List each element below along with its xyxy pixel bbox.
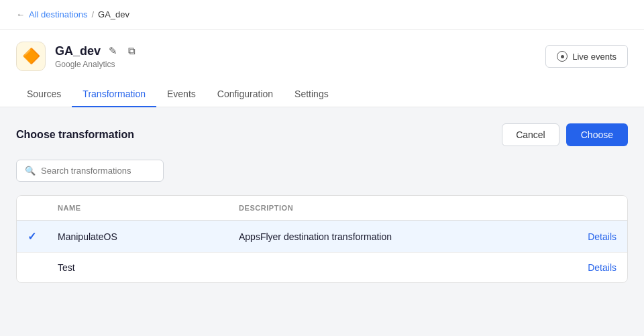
details-link-test[interactable]: Details xyxy=(588,262,616,273)
col-header-name: NAME xyxy=(47,196,228,221)
transformations-table: NAME DESCRIPTION ✓ ManipulateOS AppsFlye… xyxy=(16,195,628,283)
tab-configuration[interactable]: Configuration xyxy=(207,82,284,107)
checkmark-icon: ✓ xyxy=(28,231,36,242)
search-box[interactable]: 🔍 xyxy=(16,160,164,182)
details-link-manipulateos[interactable]: Details xyxy=(588,231,616,242)
destination-info: 🔶 GA_dev ✎ ⧉ Google Analytics xyxy=(16,42,138,71)
destination-subtitle: Google Analytics xyxy=(55,60,138,69)
destination-title: GA_dev ✎ ⧉ xyxy=(55,44,138,58)
cancel-button[interactable]: Cancel xyxy=(502,123,559,146)
breadcrumb-separator: / xyxy=(91,9,94,19)
tab-transformation[interactable]: Transformation xyxy=(72,82,156,107)
main-content: Choose transformation Cancel Choose 🔍 NA… xyxy=(0,107,644,299)
live-events-label: Live events xyxy=(572,52,616,62)
row-name-manipulateos: ManipulateOS xyxy=(47,221,228,253)
breadcrumb-all-destinations[interactable]: All destinations xyxy=(29,9,87,19)
row-action-manipulateos[interactable]: Details xyxy=(574,221,627,253)
choose-title: Choose transformation xyxy=(16,129,134,141)
destination-text: GA_dev ✎ ⧉ Google Analytics xyxy=(55,44,138,69)
breadcrumb-current: GA_dev xyxy=(98,9,129,19)
header-section: 🔶 GA_dev ✎ ⧉ Google Analytics Live event… xyxy=(0,30,644,107)
row-desc-manipulateos: AppsFlyer destination transformation xyxy=(228,221,574,253)
live-events-button[interactable]: Live events xyxy=(545,45,628,68)
live-events-icon xyxy=(557,51,568,62)
edit-button[interactable]: ✎ xyxy=(106,44,120,58)
row-check-test xyxy=(17,253,47,283)
col-header-check xyxy=(17,196,47,221)
row-name-test: Test xyxy=(47,253,228,283)
tab-events[interactable]: Events xyxy=(156,82,207,107)
choose-button[interactable]: Choose xyxy=(566,123,628,146)
row-action-test[interactable]: Details xyxy=(574,253,627,283)
action-buttons: Cancel Choose xyxy=(502,123,628,146)
destination-icon: 🔶 xyxy=(16,42,46,71)
back-arrow-icon: ← xyxy=(16,9,25,19)
breadcrumb: ← All destinations / GA_dev xyxy=(0,0,644,30)
search-input[interactable] xyxy=(41,166,155,176)
tab-settings[interactable]: Settings xyxy=(284,82,339,107)
col-header-description: DESCRIPTION xyxy=(228,196,574,221)
col-header-action xyxy=(574,196,627,221)
copy-button[interactable]: ⧉ xyxy=(125,44,138,58)
choose-header: Choose transformation Cancel Choose xyxy=(16,123,628,146)
table-row[interactable]: Test Details xyxy=(17,253,627,283)
row-check-selected: ✓ xyxy=(17,221,47,253)
search-icon: 🔍 xyxy=(25,166,36,176)
row-desc-test xyxy=(228,253,574,283)
tabs: Sources Transformation Events Configurat… xyxy=(16,82,628,107)
tab-sources[interactable]: Sources xyxy=(16,82,72,107)
table-row[interactable]: ✓ ManipulateOS AppsFlyer destination tra… xyxy=(17,221,627,253)
